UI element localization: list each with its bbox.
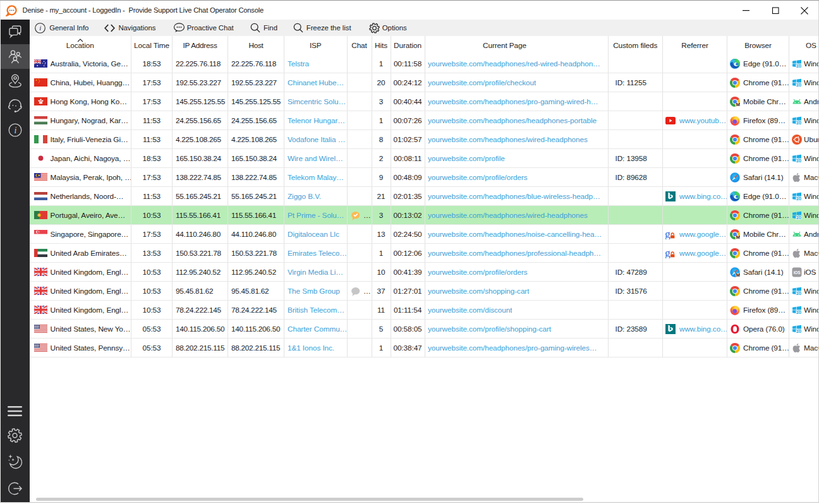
svg-text:M: M xyxy=(736,272,740,277)
svg-text:10: 10 xyxy=(796,215,802,220)
svg-text:10: 10 xyxy=(796,328,802,334)
svg-text:M: M xyxy=(736,102,740,107)
svg-text:10: 10 xyxy=(796,309,802,315)
svg-text:M: M xyxy=(736,234,740,239)
svg-text:10: 10 xyxy=(796,291,802,296)
svg-text:10: 10 xyxy=(796,196,802,201)
svg-text:10: 10 xyxy=(796,158,802,164)
svg-text:i: i xyxy=(39,24,41,32)
svg-text:g: g xyxy=(665,229,670,239)
svg-text:10: 10 xyxy=(796,82,802,88)
svg-text:i: i xyxy=(14,126,16,135)
svg-text:iOS: iOS xyxy=(794,270,801,274)
svg-text:10: 10 xyxy=(796,120,802,126)
svg-text:g: g xyxy=(665,248,670,258)
svg-text:10: 10 xyxy=(796,63,802,69)
